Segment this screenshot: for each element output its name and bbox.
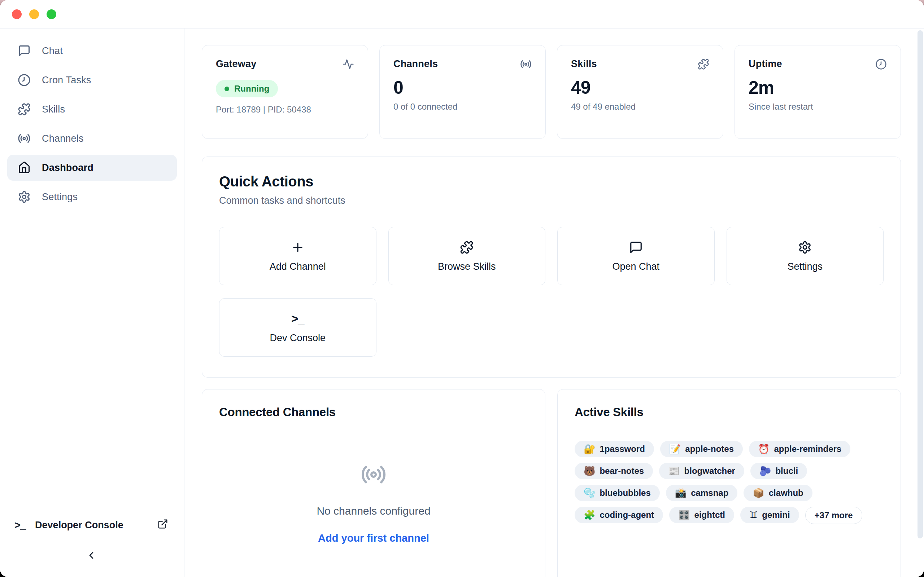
puzzle-icon [17, 102, 31, 116]
sidebar-footer: >_ Developer Console [0, 514, 184, 577]
channels-card-title: Channels [393, 58, 438, 69]
newspaper-emoji: 📰 [668, 466, 680, 475]
no-channels-text: No channels configured [317, 505, 430, 517]
skill-pill-bluebubbles[interactable]: 🫧bluebubbles [575, 485, 660, 501]
open-chat-label: Open Chat [612, 261, 659, 272]
camera-emoji: 📸 [675, 488, 687, 498]
lock-emoji: 🔐 [584, 444, 595, 454]
add-first-channel-link[interactable]: Add your first channel [318, 532, 429, 544]
channels-count: 0 [393, 77, 531, 98]
active-skills-card: Active Skills 🔐1password 📝apple-notes ⏰a… [557, 389, 901, 577]
uptime-value: 2m [749, 77, 887, 98]
sidebar-item-settings[interactable]: Settings [7, 184, 177, 210]
active-skills-title: Active Skills [575, 405, 884, 419]
traffic-lights [12, 10, 56, 19]
plus-icon [291, 240, 305, 255]
skill-pill-blogwatcher[interactable]: 📰blogwatcher [659, 463, 744, 479]
settings-button[interactable]: Settings [727, 227, 884, 285]
bear-emoji: 🐻 [584, 466, 595, 475]
clock-icon [875, 58, 887, 71]
sidebar-item-cron-tasks[interactable]: Cron Tasks [7, 67, 177, 93]
activity-icon [342, 58, 354, 71]
clock-icon [17, 73, 31, 87]
sidebar-item-label: Settings [42, 192, 78, 203]
developer-console-label: Developer Console [35, 520, 123, 531]
minimize-window-button[interactable] [29, 10, 39, 19]
sidebar-item-dashboard[interactable]: Dashboard [7, 155, 177, 181]
skill-pill-bear-notes[interactable]: 🐻bear-notes [575, 463, 653, 479]
connected-channels-card: Connected Channels No channels configure… [202, 389, 545, 577]
skill-pill-camsnap[interactable]: 📸camsnap [666, 485, 738, 501]
quick-actions-title: Quick Actions [219, 173, 884, 190]
app-window: Chat Cron Tasks Skills [0, 0, 924, 577]
external-link-icon [157, 519, 168, 532]
bubbles-emoji: 🫧 [584, 488, 595, 498]
knobs-emoji: 🎛️ [678, 510, 690, 520]
quick-actions-card: Quick Actions Common tasks and shortcuts… [202, 156, 901, 377]
uptime-card-title: Uptime [749, 58, 782, 69]
bottom-row: Connected Channels No channels configure… [202, 389, 901, 577]
sidebar-item-label: Chat [42, 45, 63, 56]
package-emoji: 📦 [753, 488, 764, 498]
gear-icon [17, 190, 31, 204]
puzzle-icon [698, 58, 709, 71]
sidebar: Chat Cron Tasks Skills [0, 29, 184, 577]
gateway-port-pid: Port: 18789 | PID: 50438 [216, 105, 354, 115]
radio-icon [520, 58, 531, 71]
skill-pill-clawhub[interactable]: 📦clawhub [743, 485, 812, 501]
sidebar-item-label: Cron Tasks [42, 75, 91, 86]
settings-label: Settings [787, 261, 822, 272]
browse-skills-button[interactable]: Browse Skills [388, 227, 546, 285]
puzzle-emoji: 🧩 [584, 510, 595, 520]
skills-stat-card: Skills 49 49 of 49 enabled [557, 45, 723, 139]
scrollbar-thumb[interactable] [918, 30, 923, 538]
sidebar-item-channels[interactable]: Channels [7, 126, 177, 152]
sidebar-item-label: Skills [42, 104, 65, 115]
more-skills-pill[interactable]: +37 more [805, 507, 862, 524]
uptime-stat-card: Uptime 2m Since last restart [735, 45, 901, 139]
stats-row: Gateway Running Port: 18789 | PID: 50438… [202, 45, 901, 139]
sidebar-nav: Chat Cron Tasks Skills [0, 29, 184, 210]
skill-pill-eightctl[interactable]: 🎛️eightctl [669, 507, 734, 523]
status-dot [225, 87, 229, 91]
skill-pill-blucli[interactable]: 🫐blucli [750, 463, 807, 479]
collapse-sidebar-button[interactable] [86, 550, 97, 561]
sidebar-item-chat[interactable]: Chat [7, 38, 177, 64]
skill-pill-apple-notes[interactable]: 📝apple-notes [660, 441, 743, 457]
close-window-button[interactable] [12, 10, 22, 19]
chat-icon [629, 240, 643, 255]
gear-icon [798, 240, 812, 255]
zoom-window-button[interactable] [47, 10, 56, 19]
uptime-subtext: Since last restart [749, 102, 887, 112]
browse-skills-label: Browse Skills [438, 261, 496, 272]
terminal-icon: >_ [15, 519, 26, 531]
skills-count: 49 [571, 77, 709, 98]
sidebar-item-label: Dashboard [42, 162, 94, 174]
add-channel-label: Add Channel [270, 261, 326, 272]
gemini-emoji: ♊ [749, 510, 758, 520]
developer-console-link[interactable]: >_ Developer Console [15, 514, 168, 537]
skills-subtext: 49 of 49 enabled [571, 102, 709, 112]
chat-icon [17, 44, 31, 58]
dashboard-main: Gateway Running Port: 18789 | PID: 50438… [184, 29, 924, 577]
skill-pill-apple-reminders[interactable]: ⏰apple-reminders [749, 441, 850, 457]
open-chat-button[interactable]: Open Chat [557, 227, 715, 285]
radio-icon [17, 132, 31, 145]
blueberries-emoji: 🫐 [759, 466, 771, 475]
gateway-stat-card: Gateway Running Port: 18789 | PID: 50438 [202, 45, 368, 139]
skill-pill-coding-agent[interactable]: 🧩coding-agent [575, 507, 663, 523]
skill-pill-gemini[interactable]: ♊gemini [740, 507, 799, 523]
channels-subtext: 0 of 0 connected [393, 102, 531, 112]
skill-pill-1password[interactable]: 🔐1password [575, 441, 654, 457]
memo-emoji: 📝 [669, 444, 681, 454]
dev-console-button[interactable]: >_ Dev Console [219, 298, 376, 357]
puzzle-icon [460, 240, 473, 255]
gateway-card-title: Gateway [216, 58, 256, 69]
quick-actions-subtitle: Common tasks and shortcuts [219, 195, 884, 206]
quick-actions-grid: Add Channel Browse Skills Open Chat [219, 227, 884, 357]
chevron-left-icon [86, 550, 97, 561]
skills-card-title: Skills [571, 58, 597, 69]
sidebar-item-skills[interactable]: Skills [7, 96, 177, 122]
alarm-emoji: ⏰ [758, 444, 769, 454]
add-channel-button[interactable]: Add Channel [219, 227, 376, 285]
